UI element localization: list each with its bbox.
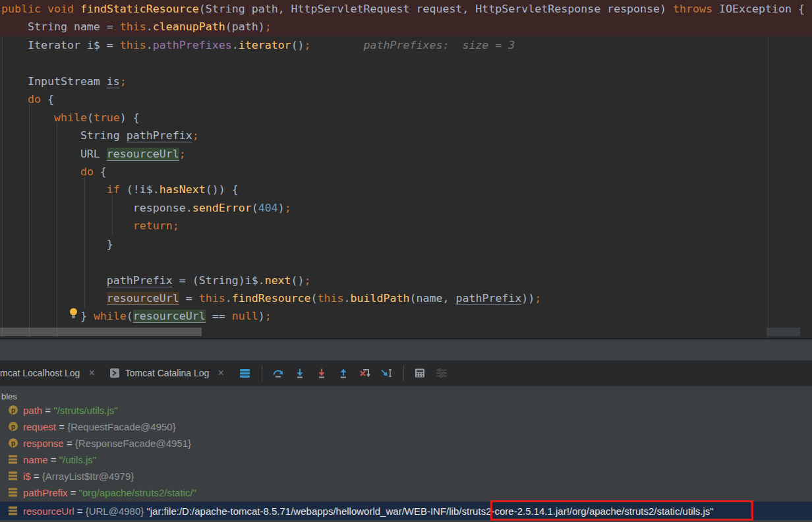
- code-token: .: [232, 39, 239, 51]
- variables-header: bles: [0, 387, 812, 405]
- code-line: response.sendError(404);: [0, 199, 812, 217]
- run-to-cursor-icon[interactable]: [378, 364, 396, 382]
- debug-tab-bar: mcat Localhost Log × Tomcat Catalina Log…: [0, 360, 812, 386]
- code-token: )): [521, 292, 535, 304]
- variables-header-label: bles: [1, 392, 17, 401]
- parameter-icon: p: [8, 438, 18, 448]
- code-token: (): [291, 274, 304, 287]
- show-execution-point-icon[interactable]: [237, 364, 254, 382]
- code-editor[interactable]: public void findStaticResource(String pa…: [0, 0, 812, 338]
- code-line: }: [0, 235, 812, 253]
- equals-sign: =: [64, 438, 75, 449]
- code-token: Iterator i$ =: [1, 39, 120, 51]
- variable-name: pathPrefix: [23, 487, 68, 498]
- code-line: while(true) {: [0, 109, 812, 127]
- tab-tomcat-catalina-log[interactable]: Tomcat Catalina Log ×: [109, 368, 224, 378]
- debug-toolbar: [235, 364, 453, 382]
- code-token: while: [94, 310, 127, 322]
- code-token: .: [146, 20, 153, 33]
- step-out-icon[interactable]: [335, 364, 353, 382]
- code-token: do: [80, 165, 94, 178]
- code-token: ;: [265, 310, 272, 322]
- local-variable-icon: [8, 471, 18, 481]
- variable-string-value: "/struts/utils.js": [53, 405, 117, 416]
- variable-row[interactable]: presponse = {ResponseFacade@4951}: [0, 434, 812, 451]
- tab-tomcat-localhost-log[interactable]: mcat Localhost Log ×: [0, 368, 95, 378]
- code-token: resourceUrl: [107, 148, 179, 160]
- code-token: {: [41, 93, 54, 105]
- code-token: [74, 3, 80, 15]
- code-token: .: [344, 292, 351, 304]
- code-token: ;: [304, 274, 311, 287]
- code-token: (name,: [410, 292, 456, 304]
- code-line: URL resourceUrl;: [0, 145, 812, 163]
- code-line: [0, 54, 812, 72]
- local-variable-icon: [8, 487, 18, 498]
- code-token: =: [179, 292, 199, 304]
- equals-sign: =: [74, 506, 86, 517]
- code-token: hasNext: [160, 183, 206, 196]
- variable-row[interactable]: name = "/utils.js": [0, 451, 812, 468]
- evaluate-expression-icon[interactable]: [411, 364, 429, 382]
- code-token: ;: [173, 219, 179, 232]
- code-token: (!i$.: [120, 183, 160, 196]
- code-token: [1, 219, 133, 232]
- code-token: while: [54, 111, 87, 124]
- code-line: [0, 253, 812, 271]
- drop-frame-icon[interactable]: [357, 364, 374, 382]
- variable-name: i$: [23, 471, 31, 482]
- toolbar-separator: [403, 365, 404, 381]
- equals-sign: =: [56, 421, 67, 432]
- code-token: ): [258, 310, 265, 322]
- code-token: this: [120, 39, 146, 51]
- code-token: ;: [179, 148, 186, 160]
- code-token: findStaticResource: [80, 3, 199, 15]
- code-token: ()) {: [206, 183, 239, 196]
- tool-window-band: [0, 338, 812, 360]
- code-line: Iterator i$ = this.pathPrefixes.iterator…: [0, 36, 812, 54]
- code-token: pathPrefix: [107, 274, 173, 287]
- code-area[interactable]: public void findStaticResource(String pa…: [1, 0, 812, 326]
- step-over-icon[interactable]: [270, 364, 287, 382]
- parameter-icon: p: [8, 405, 18, 415]
- equals-sign: =: [31, 471, 42, 482]
- parameter-icon: p: [8, 421, 18, 432]
- close-icon[interactable]: ×: [218, 368, 223, 378]
- variable-row[interactable]: ppath = "/struts/utils.js": [0, 405, 812, 419]
- variable-reference: {ResponseFacade@4951}: [75, 438, 191, 449]
- code-token: resourceUrl: [133, 310, 206, 322]
- variable-reference: {RequestFacade@4950}: [67, 421, 176, 432]
- code-token: pathPrefixes: size = 3: [364, 39, 515, 51]
- code-token: ;: [535, 292, 541, 304]
- code-token: [1, 93, 28, 105]
- code-token: pathPrefix: [455, 292, 521, 304]
- code-line: } while(resourceUrl == null);: [0, 307, 812, 325]
- code-token: .: [146, 39, 153, 51]
- code-token: this: [199, 292, 225, 304]
- variable-row[interactable]: pathPrefix = "org/apache/struts2/static/…: [0, 484, 812, 501]
- code-token: return: [133, 219, 173, 232]
- variable-reference: {URL@4980}: [86, 506, 147, 517]
- intention-bulb-icon[interactable]: [69, 307, 78, 319]
- variable-string-value: "/utils.js": [59, 454, 97, 465]
- code-token: [1, 165, 80, 178]
- code-token: [1, 111, 54, 124]
- code-token: do: [28, 93, 41, 105]
- code-token: response.: [1, 202, 192, 214]
- code-token: ;: [285, 202, 291, 214]
- variable-row[interactable]: i$ = {ArrayList$Itr@4979}: [0, 467, 812, 484]
- step-into-icon[interactable]: [291, 364, 309, 382]
- layout-settings-icon[interactable]: [433, 364, 451, 382]
- code-token: buildPath: [351, 292, 410, 304]
- code-token: ) {: [120, 111, 140, 124]
- variable-name: name: [23, 454, 48, 465]
- close-icon[interactable]: ×: [88, 368, 94, 378]
- code-token: (): [291, 39, 304, 51]
- force-step-into-icon[interactable]: [313, 364, 331, 382]
- code-token: (: [127, 310, 133, 322]
- horizontal-scrollbar-thumb[interactable]: [0, 328, 202, 336]
- variable-row[interactable]: prequest = {RequestFacade@4950}: [0, 418, 812, 435]
- code-token: InputStream: [1, 75, 107, 88]
- code-line: String pathPrefix;: [0, 127, 812, 144]
- code-line: do {: [0, 90, 812, 108]
